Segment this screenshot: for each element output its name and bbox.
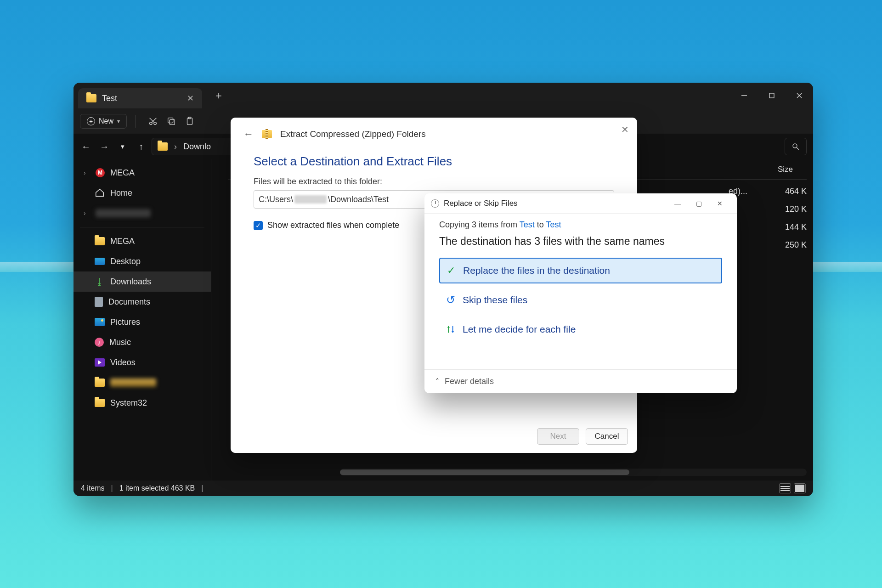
svg-rect-1 [769, 93, 774, 98]
dialog-title: Replace or Skip Files [444, 199, 518, 208]
horizontal-scrollbar[interactable] [340, 469, 807, 476]
paste-button[interactable] [181, 116, 199, 126]
sidebar-item-label: MEGA [110, 237, 135, 246]
tab-close-button[interactable]: ✕ [123, 93, 194, 103]
minimize-button[interactable] [730, 83, 758, 108]
separator: | [201, 484, 203, 492]
document-icon [95, 297, 103, 307]
compare-icon [445, 324, 456, 334]
new-tab-button[interactable]: ＋ [210, 89, 227, 102]
check-icon: ✓ [446, 265, 457, 277]
back-button[interactable]: ← [78, 141, 94, 152]
close-button[interactable] [786, 83, 813, 108]
folder-icon [95, 399, 105, 407]
sidebar-item-label: System32 [110, 398, 147, 408]
file-rows: ed)...464 K 120 K 144 K 250 K [729, 187, 807, 250]
svg-point-10 [793, 144, 797, 148]
table-row[interactable]: ed)...464 K [729, 187, 807, 196]
sidebar: ›MEGA Home › MEGA Desktop ⭳Downloads Doc… [74, 159, 211, 481]
sidebar-item-mega-folder[interactable]: MEGA [74, 231, 211, 251]
sidebar-item-music[interactable]: Music [74, 332, 211, 352]
column-size[interactable]: Size [778, 165, 793, 174]
sidebar-item-desktop[interactable]: Desktop [74, 251, 211, 271]
sidebar-item-videos[interactable]: Videos [74, 352, 211, 373]
zip-folder-icon [262, 130, 272, 138]
cut-button[interactable] [144, 116, 162, 126]
sidebar-item-label: Music [109, 338, 131, 347]
sidebar-item-documents[interactable]: Documents [74, 292, 211, 312]
sidebar-item-label: Videos [110, 358, 136, 368]
sidebar-item-label: Home [110, 188, 132, 198]
recent-locations-button[interactable]: ▾ [115, 142, 130, 151]
option-decide[interactable]: Let me decide for each file [439, 317, 722, 342]
option-label: Let me decide for each file [463, 324, 576, 335]
column-headers[interactable]: Size [710, 159, 807, 180]
sidebar-item-mega[interactable]: ›MEGA [74, 163, 211, 183]
videos-icon [95, 358, 105, 367]
table-row[interactable]: 120 K [729, 204, 807, 214]
chevron-up-icon: ˄ [435, 377, 439, 386]
cancel-button[interactable]: Cancel [586, 428, 628, 445]
maximize-button[interactable] [758, 83, 786, 108]
sidebar-item-hidden-folder[interactable] [74, 373, 211, 393]
source-link[interactable]: Test [520, 220, 535, 229]
sidebar-item-home[interactable]: Home [74, 183, 211, 203]
replace-skip-dialog: Replace or Skip Files — ▢ ✕ Copying 3 it… [424, 193, 737, 393]
svg-rect-6 [170, 119, 175, 124]
option-label: Replace the files in the destination [463, 265, 610, 276]
option-replace[interactable]: ✓ Replace the files in the destination [439, 258, 722, 283]
wizard-title: Extract Compressed (Zipped) Folders [280, 129, 426, 139]
up-button[interactable]: ↑ [133, 141, 149, 152]
conflict-message: The destination has 3 files with the sam… [439, 235, 722, 248]
dialog-minimize-button[interactable]: — [667, 193, 688, 214]
sidebar-item-label: MEGA [110, 168, 135, 178]
option-skip[interactable]: ↺ Skip these files [439, 287, 722, 313]
option-label: Skip these files [463, 294, 527, 305]
forward-button[interactable]: → [96, 141, 112, 152]
path-suffix: \Downloads\Test [328, 195, 389, 204]
window-controls [730, 83, 813, 108]
table-row[interactable]: 250 K [729, 240, 807, 250]
tab-test[interactable]: Test ✕ [78, 88, 202, 108]
copying-status: Copying 3 items from Test to Test [439, 220, 722, 230]
sidebar-item-label: Pictures [110, 317, 140, 327]
svg-rect-7 [168, 118, 173, 123]
plus-circle-icon: + [87, 117, 95, 125]
folder-icon [86, 94, 96, 102]
tab-title: Test [102, 94, 117, 103]
wizard-close-button[interactable]: ✕ [621, 124, 629, 135]
fewer-details-toggle[interactable]: ˄ Fewer details [424, 369, 737, 393]
dialog-maximize-button[interactable]: ▢ [688, 193, 709, 214]
folder-icon [95, 237, 105, 245]
icons-view-button[interactable] [794, 483, 806, 493]
dest-link[interactable]: Test [546, 220, 561, 229]
download-icon: ⭳ [95, 277, 105, 287]
sidebar-item-label: Documents [108, 297, 150, 307]
details-view-button[interactable] [779, 483, 791, 493]
path-label: Files will be extracted to this folder: [231, 177, 637, 190]
search-button[interactable] [785, 138, 807, 155]
dialog-titlebar: Replace or Skip Files — ▢ ✕ [424, 193, 737, 214]
dialog-close-button[interactable]: ✕ [709, 193, 730, 214]
table-row[interactable]: 144 K [729, 222, 807, 232]
separator [135, 115, 136, 128]
copy-button[interactable] [162, 116, 181, 126]
sidebar-item-system32[interactable]: System32 [74, 393, 211, 413]
sidebar-item-label: Desktop [110, 257, 141, 266]
sidebar-item-pictures[interactable]: Pictures [74, 312, 211, 332]
folder-icon [95, 379, 105, 387]
sidebar-item-downloads[interactable]: ⭳Downloads [74, 271, 211, 292]
pictures-icon [95, 318, 105, 326]
music-icon [95, 338, 104, 347]
breadcrumb: Downlo [183, 142, 211, 152]
svg-line-11 [797, 147, 799, 150]
sidebar-item-label: Downloads [110, 277, 151, 287]
new-button[interactable]: + New ▾ [80, 114, 127, 129]
sidebar-item-hidden[interactable]: › [74, 203, 211, 223]
status-selected: 1 item selected 463 KB [119, 484, 195, 492]
checkbox-label: Show extracted files when complete [267, 220, 399, 230]
status-bar: 4 items | 1 item selected 463 KB | [74, 481, 813, 496]
home-icon [95, 188, 105, 198]
next-button[interactable]: Next [537, 428, 579, 445]
wizard-back-button[interactable]: ← [243, 128, 254, 140]
